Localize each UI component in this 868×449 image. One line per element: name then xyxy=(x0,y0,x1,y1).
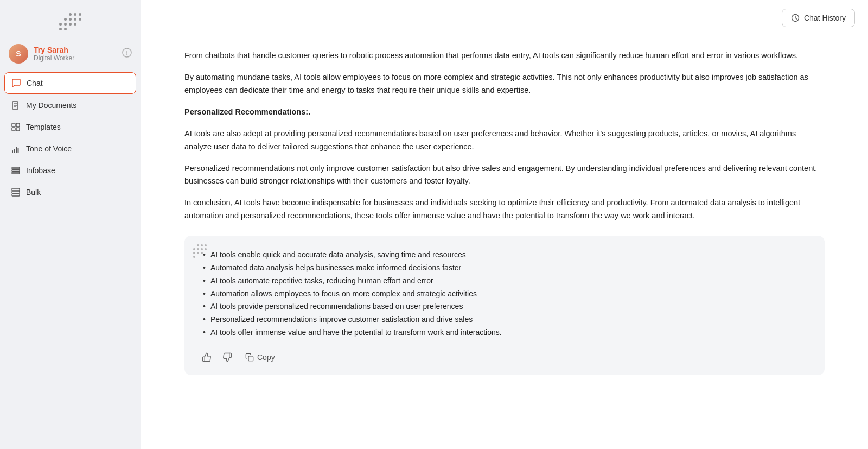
sidebar-item-bulk-label: Bulk xyxy=(26,188,41,197)
paragraph-6: In conclusion, AI tools have become indi… xyxy=(184,197,825,223)
thumbs-down-icon xyxy=(222,352,232,362)
user-section: S Try Sarah Digital Worker i xyxy=(0,40,141,72)
chat-messages: From chatbots that handle customer queri… xyxy=(141,36,868,449)
infobase-icon xyxy=(11,166,21,175)
main-header: Chat History xyxy=(141,0,868,36)
svg-rect-13 xyxy=(18,148,19,153)
svg-rect-8 xyxy=(12,128,15,131)
svg-rect-14 xyxy=(12,167,20,169)
svg-rect-15 xyxy=(12,170,20,172)
svg-rect-9 xyxy=(16,128,20,131)
chat-history-label: Chat History xyxy=(804,14,846,22)
paragraph-2: By automating mundane tasks, AI tools al… xyxy=(184,71,825,97)
svg-rect-6 xyxy=(12,123,15,127)
svg-rect-19 xyxy=(12,194,20,196)
sidebar-item-tone-of-voice[interactable]: Tone of Voice xyxy=(4,138,136,159)
thumbs-up-button[interactable] xyxy=(200,350,214,364)
sidebar-item-tone-label: Tone of Voice xyxy=(26,144,72,153)
bullet-item-2: Automated data analysis helps businesses… xyxy=(200,262,809,275)
chat-history-button[interactable]: Chat History xyxy=(782,9,855,27)
message-body: From chatbots that handle customer queri… xyxy=(184,49,825,223)
sidebar-item-my-documents[interactable]: My Documents xyxy=(4,95,136,116)
nav-items: Chat My Documents xyxy=(0,72,141,203)
sidebar-item-chat[interactable]: Chat xyxy=(4,72,136,94)
summary-bullet-list: AI tools enable quick and accurate data … xyxy=(200,249,809,339)
copy-label: Copy xyxy=(257,353,275,362)
user-name: Try Sarah xyxy=(34,46,117,54)
templates-icon xyxy=(11,122,21,132)
brand-logo xyxy=(59,13,82,31)
svg-rect-7 xyxy=(16,123,20,127)
svg-rect-18 xyxy=(12,191,20,193)
bullet-item-4: Automation allows employees to focus on … xyxy=(200,288,809,301)
svg-text:i: i xyxy=(126,50,128,56)
bullet-item-3: AI tools automate repetitive tasks, redu… xyxy=(200,275,809,288)
main-content: Chat History From chatbots that handle c… xyxy=(141,0,868,449)
info-icon[interactable]: i xyxy=(122,48,132,60)
svg-rect-10 xyxy=(12,150,13,153)
paragraph-5: Personalized recommendations not only im… xyxy=(184,162,825,188)
sidebar: S Try Sarah Digital Worker i Chat xyxy=(0,0,141,449)
summary-card: AI tools enable quick and accurate data … xyxy=(184,236,825,375)
thumbs-down-button[interactable] xyxy=(220,350,234,364)
paragraph-3: Personalized Recommendations:. xyxy=(184,106,825,119)
svg-rect-11 xyxy=(14,149,15,153)
bullet-item-6: Personalized recommendations improve cus… xyxy=(200,313,809,326)
svg-rect-17 xyxy=(12,188,20,191)
paragraph-4: AI tools are also adept at providing per… xyxy=(184,128,825,154)
sidebar-item-infobase-label: Infobase xyxy=(26,166,55,175)
svg-rect-16 xyxy=(12,172,20,174)
bullet-item-7: AI tools offer immense value and have th… xyxy=(200,326,809,339)
sidebar-item-templates[interactable]: Templates xyxy=(4,117,136,137)
user-info: Try Sarah Digital Worker xyxy=(34,46,117,62)
copy-icon xyxy=(245,353,254,362)
sidebar-item-my-documents-label: My Documents xyxy=(26,101,76,110)
sidebar-item-bulk[interactable]: Bulk xyxy=(4,182,136,203)
document-icon xyxy=(11,100,21,110)
logo-area xyxy=(0,9,141,40)
copy-button[interactable]: Copy xyxy=(241,351,279,364)
svg-rect-21 xyxy=(248,356,253,361)
history-icon xyxy=(791,14,800,22)
paragraph-1: From chatbots that handle customer queri… xyxy=(184,49,825,62)
tone-icon xyxy=(11,144,21,154)
bulk-icon xyxy=(11,187,21,197)
chat-icon xyxy=(11,78,21,88)
avatar: S xyxy=(9,44,28,64)
sidebar-item-infobase[interactable]: Infobase xyxy=(4,160,136,181)
bullet-item-5: AI tools provide personalized recommenda… xyxy=(200,300,809,313)
svg-rect-12 xyxy=(16,147,17,153)
sidebar-item-templates-label: Templates xyxy=(26,123,61,131)
thumbs-up-icon xyxy=(202,352,212,362)
card-actions: Copy xyxy=(200,350,809,364)
user-role: Digital Worker xyxy=(34,54,117,62)
bullet-item-1: AI tools enable quick and accurate data … xyxy=(200,249,809,262)
sidebar-item-chat-label: Chat xyxy=(27,79,43,87)
